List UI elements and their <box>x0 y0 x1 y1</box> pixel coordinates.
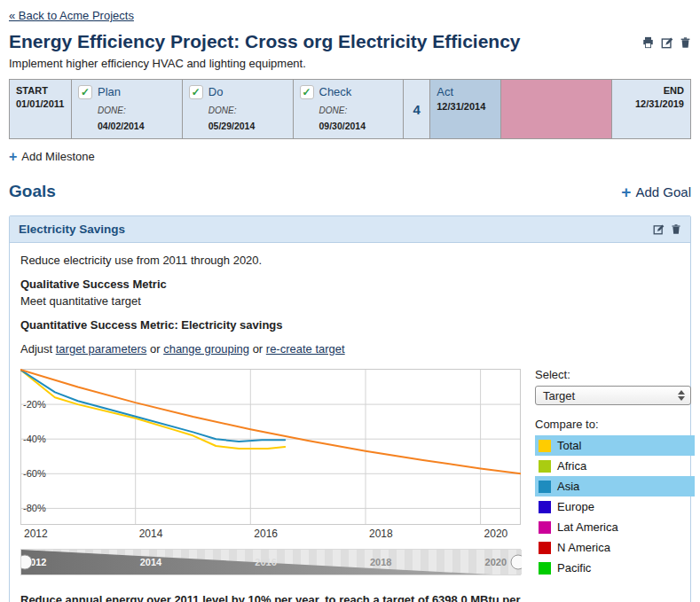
goal-panel: Electricity Savings Reduce electricity u… <box>9 215 691 602</box>
milestone-plan-date: 04/02/2014 <box>98 121 145 131</box>
milestone-do[interactable]: ✓ Do DONE: 05/29/2014 <box>183 80 294 138</box>
target-select-value: Target <box>543 389 575 403</box>
check-icon: ✓ <box>189 85 203 99</box>
project-page: « Back to Acme Projects Energy Efficienc… <box>0 0 700 602</box>
check-icon: ✓ <box>300 85 314 99</box>
qualitative-metric-value: Meet quantitative target <box>20 294 680 308</box>
project-description: Implement higher efficiency HVAC and lig… <box>9 57 691 70</box>
chart-column: -20%-40%-60%-80%20122014201620182020 201… <box>20 368 521 578</box>
milestone-start-label: START <box>16 85 65 96</box>
change-grouping-link[interactable]: change grouping <box>163 342 249 356</box>
milestone-step-number: 4 <box>404 80 430 138</box>
legend-label: Asia <box>557 480 579 493</box>
svg-text:2020: 2020 <box>484 528 508 540</box>
legend-item-n-america[interactable]: N America <box>535 537 695 558</box>
edit-icon <box>661 36 673 49</box>
goal-panel-header: Electricity Savings <box>10 216 690 243</box>
done-label: DONE: <box>208 106 237 115</box>
goals-heading: Goals <box>9 182 56 201</box>
print-button[interactable] <box>641 36 655 49</box>
milestone-start: START 01/01/2011 <box>10 80 72 138</box>
svg-text:-80%: -80% <box>23 503 46 513</box>
legend-label: Pacific <box>557 561 591 575</box>
milestone-act[interactable]: Act 12/31/2014 <box>430 80 501 138</box>
add-goal-label: Add Goal <box>635 184 691 199</box>
delete-goal-button[interactable] <box>671 223 681 235</box>
milestone-bar: START 01/01/2011 ✓ Plan DONE: 04/02/2014… <box>9 79 691 139</box>
compare-legend: TotalAfricaAsiaEuropeLat AmericaN Americ… <box>535 435 695 578</box>
legend-item-total[interactable]: Total <box>535 435 695 456</box>
qualitative-metric-heading: Qualitative Success Metric <box>20 278 680 291</box>
milestone-end-date: 12/31/2019 <box>618 98 684 109</box>
check-icon: ✓ <box>78 85 92 99</box>
milestone-check[interactable]: ✓ Check DONE: 09/30/2014 <box>294 80 405 138</box>
svg-text:2014: 2014 <box>139 528 163 540</box>
trash-icon <box>680 36 691 49</box>
legend-label: Africa <box>557 459 586 473</box>
chart-row: -20%-40%-60%-80%20122014201620182020 201… <box>20 368 680 578</box>
add-goal-link[interactable]: + Add Goal <box>621 184 691 199</box>
legend-swatch <box>539 542 551 554</box>
milestone-do-date: 05/29/2014 <box>208 121 256 131</box>
add-milestone-label: Add Milestone <box>21 150 94 163</box>
plus-icon: + <box>621 187 631 198</box>
svg-text:2014: 2014 <box>140 557 162 567</box>
target-select[interactable]: Target <box>535 386 691 405</box>
milestone-act-date: 12/31/2014 <box>437 101 494 112</box>
legend-item-asia[interactable]: Asia <box>535 476 695 496</box>
legend-item-pacific[interactable]: Pacific <box>535 558 695 578</box>
svg-text:-40%: -40% <box>23 434 46 444</box>
quantitative-metric-heading: Quantitative Success Metric: Electricity… <box>20 318 680 332</box>
legend-label: Total <box>557 439 581 452</box>
milestone-do-label: Do <box>208 85 287 98</box>
goal-panel-actions <box>653 223 681 235</box>
legend-swatch <box>539 481 551 493</box>
milestone-act-label: Act <box>437 85 494 98</box>
add-milestone-link[interactable]: + Add Milestone <box>9 150 95 163</box>
svg-text:2012: 2012 <box>24 528 48 540</box>
legend-swatch <box>539 562 551 575</box>
trash-icon <box>671 223 681 235</box>
target-summary: Reduce annual energy over 2011 level by … <box>20 592 537 602</box>
milestone-plan-label: Plan <box>98 85 176 98</box>
legend-swatch <box>539 501 551 513</box>
adjust-or: or <box>249 342 266 356</box>
legend-item-europe[interactable]: Europe <box>535 496 695 517</box>
back-link[interactable]: « Back to Acme Projects <box>9 9 134 22</box>
legend-swatch <box>539 440 551 452</box>
svg-text:2016: 2016 <box>254 528 278 540</box>
edit-goal-button[interactable] <box>653 223 665 235</box>
adjust-or: or <box>146 342 163 356</box>
goal-panel-body: Reduce electricity use from 2011 through… <box>10 243 690 602</box>
svg-text:2018: 2018 <box>370 557 391 567</box>
re-create-target-link[interactable]: re-create target <box>266 342 345 356</box>
legend-label: Europe <box>557 500 594 513</box>
legend-item-lat-america[interactable]: Lat America <box>535 517 695 537</box>
svg-text:-60%: -60% <box>23 468 46 479</box>
chart-range-slider[interactable]: 20122014201620182020 <box>20 549 521 575</box>
milestone-end-label: END <box>618 85 684 96</box>
electricity-savings-chart: -20%-40%-60%-80%20122014201620182020 <box>20 368 521 543</box>
edit-project-button[interactable] <box>661 36 673 49</box>
milestone-plan[interactable]: ✓ Plan DONE: 04/02/2014 <box>72 80 183 138</box>
legend-label: Lat America <box>557 520 618 534</box>
milestone-upcoming[interactable] <box>501 80 612 138</box>
svg-text:2018: 2018 <box>369 528 393 540</box>
done-label: DONE: <box>98 106 126 115</box>
title-actions <box>641 36 691 49</box>
done-label: DONE: <box>319 106 348 115</box>
chart-sidebar: Select: Target Compare to: TotalAfricaAs… <box>535 368 695 578</box>
milestone-check-label: Check <box>319 85 397 98</box>
milestone-start-date: 01/01/2011 <box>16 98 65 109</box>
plus-icon: + <box>9 152 17 162</box>
target-parameters-link[interactable]: target parameters <box>56 342 147 356</box>
legend-swatch <box>539 460 551 473</box>
legend-item-africa[interactable]: Africa <box>535 456 695 476</box>
legend-label: N America <box>557 541 610 554</box>
milestone-check-date: 09/30/2014 <box>319 121 366 131</box>
milestone-end: END 12/31/2019 <box>612 80 690 138</box>
adjust-prefix: Adjust <box>20 342 56 356</box>
delete-project-button[interactable] <box>680 36 691 49</box>
title-row: Energy Efficiency Project: Cross org Ele… <box>9 27 691 57</box>
svg-text:-20%: -20% <box>23 399 46 410</box>
